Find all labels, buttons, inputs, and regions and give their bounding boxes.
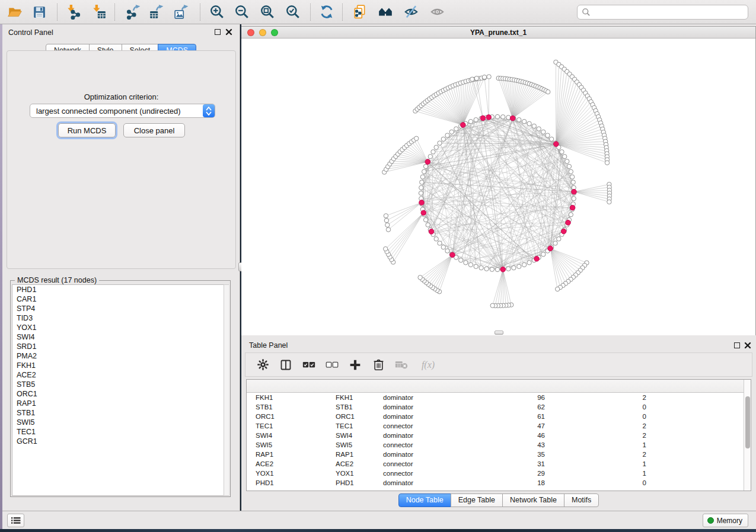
network-node[interactable] xyxy=(420,175,425,179)
horizontal-splitter-handle[interactable] xyxy=(495,331,503,335)
mcds-hub-node[interactable] xyxy=(554,142,559,147)
mcds-hub-node[interactable] xyxy=(421,210,426,216)
table-row[interactable]: ORC1ORC1dominator610 xyxy=(247,412,751,421)
tab-motifs[interactable]: Motifs xyxy=(564,493,599,507)
network-node[interactable] xyxy=(605,161,609,165)
network-view[interactable] xyxy=(241,39,755,335)
network-node[interactable] xyxy=(474,118,478,122)
mcds-hub-node[interactable] xyxy=(570,205,575,210)
result-node-item[interactable]: PHD1 xyxy=(12,285,225,294)
first-neighbors-button[interactable] xyxy=(375,2,395,22)
network-node[interactable] xyxy=(565,159,569,164)
table-row[interactable]: ACE2ACE2connector311 xyxy=(247,459,751,469)
network-node[interactable] xyxy=(557,237,561,241)
add-column-button[interactable] xyxy=(346,356,364,374)
table-row[interactable]: SWI5SWI5connector431 xyxy=(247,440,751,450)
network-node[interactable] xyxy=(445,249,449,253)
network-node[interactable] xyxy=(487,75,491,79)
network-node[interactable] xyxy=(438,141,442,145)
mcds-hub-node[interactable] xyxy=(500,267,506,272)
log-console-button[interactable] xyxy=(7,514,24,527)
result-node-item[interactable]: STB1 xyxy=(12,408,225,418)
network-node[interactable] xyxy=(454,127,458,131)
mcds-hub-node[interactable] xyxy=(450,252,455,258)
tab-edge-table[interactable]: Edge Table xyxy=(451,493,503,507)
mcds-hub-node[interactable] xyxy=(548,246,553,251)
table-row[interactable]: PHD1PHD1dominator180 xyxy=(247,478,751,488)
select-all-button[interactable] xyxy=(300,356,318,374)
criterion-select[interactable]: largest connected component (undirected) xyxy=(30,104,215,118)
network-node[interactable] xyxy=(527,121,531,126)
table-row[interactable]: RAP1RAP1dominator352 xyxy=(247,450,751,459)
mcds-hub-node[interactable] xyxy=(429,229,434,235)
mcds-hub-node[interactable] xyxy=(572,189,577,194)
result-node-item[interactable]: STB5 xyxy=(12,380,225,389)
mcds-hub-node[interactable] xyxy=(534,257,540,262)
tab-node-table[interactable]: Node Table xyxy=(398,493,451,507)
zoom-in-button[interactable] xyxy=(207,2,227,22)
table-float-button[interactable] xyxy=(734,342,741,349)
network-node[interactable] xyxy=(506,267,511,271)
show-all-button[interactable] xyxy=(428,2,448,22)
save-session-button[interactable] xyxy=(29,2,49,22)
network-node[interactable] xyxy=(522,262,526,267)
network-node[interactable] xyxy=(532,124,536,128)
network-node[interactable] xyxy=(607,200,611,204)
network-node[interactable] xyxy=(474,76,479,81)
network-node[interactable] xyxy=(546,133,550,137)
zoom-fit-button[interactable] xyxy=(257,2,277,22)
network-node[interactable] xyxy=(385,223,390,227)
network-node[interactable] xyxy=(506,116,511,120)
apply-style-button[interactable] xyxy=(317,2,337,22)
network-node[interactable] xyxy=(419,191,423,195)
result-node-item[interactable]: RAP1 xyxy=(12,399,225,408)
network-node[interactable] xyxy=(423,217,428,222)
result-node-item[interactable]: FKH1 xyxy=(12,361,225,370)
network-node[interactable] xyxy=(560,150,564,154)
float-panel-button[interactable] xyxy=(215,28,222,36)
network-node[interactable] xyxy=(490,267,494,271)
table-scrollbar[interactable] xyxy=(744,380,751,491)
result-node-item[interactable]: SRD1 xyxy=(12,342,225,351)
network-canvas[interactable] xyxy=(241,39,755,335)
network-node[interactable] xyxy=(537,127,541,131)
mcds-hub-node[interactable] xyxy=(561,229,566,234)
network-node[interactable] xyxy=(479,265,483,270)
mcds-hub-node[interactable] xyxy=(425,159,430,165)
network-node[interactable] xyxy=(438,241,442,245)
network-node[interactable] xyxy=(482,75,486,79)
network-node[interactable] xyxy=(569,169,573,174)
network-node[interactable] xyxy=(512,265,516,270)
network-node[interactable] xyxy=(468,262,473,267)
table-row[interactable]: FKH1FKH1dominator962 xyxy=(247,393,751,402)
network-node[interactable] xyxy=(459,258,463,262)
mcds-hub-node[interactable] xyxy=(461,123,466,128)
zoom-out-button[interactable] xyxy=(232,2,252,22)
network-node[interactable] xyxy=(386,227,390,232)
mcds-hub-node[interactable] xyxy=(480,116,486,121)
table-settings-button[interactable] xyxy=(254,356,272,374)
network-node[interactable] xyxy=(468,119,473,123)
network-node[interactable] xyxy=(567,164,571,168)
network-node[interactable] xyxy=(431,150,435,154)
delete-column-button[interactable] xyxy=(369,356,387,374)
delete-table-button[interactable] xyxy=(393,356,410,374)
network-node[interactable] xyxy=(384,246,388,251)
memory-button[interactable]: Memory xyxy=(703,514,748,527)
export-table-button[interactable] xyxy=(146,2,167,22)
network-node[interactable] xyxy=(384,214,388,218)
network-node[interactable] xyxy=(420,180,424,184)
network-node[interactable] xyxy=(423,164,428,168)
network-node[interactable] xyxy=(474,264,478,268)
network-node[interactable] xyxy=(490,303,495,307)
network-node[interactable] xyxy=(434,145,438,149)
network-node[interactable] xyxy=(464,261,468,265)
network-node[interactable] xyxy=(428,155,432,159)
show-columns-button[interactable] xyxy=(277,356,295,374)
network-node[interactable] xyxy=(418,275,422,280)
close-panel-button[interactable] xyxy=(225,28,234,36)
mcds-hub-node[interactable] xyxy=(486,115,492,120)
network-node[interactable] xyxy=(553,241,557,245)
network-node[interactable] xyxy=(541,252,546,257)
network-node[interactable] xyxy=(484,267,489,271)
